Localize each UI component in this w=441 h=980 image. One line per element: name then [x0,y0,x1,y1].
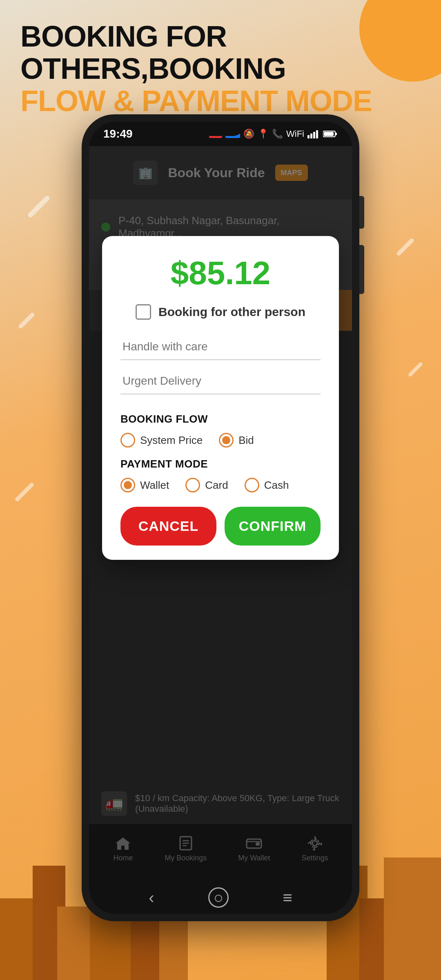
header-section: BOOKING FOR OTHERS,BOOKING FLOW & PAYMEN… [20,20,441,118]
confirm-button[interactable]: CONFIRM [225,507,321,546]
radio-cash-outer[interactable] [245,478,259,492]
radio-wallet-label: Wallet [140,479,169,492]
radio-bid-inner [222,436,230,444]
power-button [359,196,364,229]
menu-button[interactable]: ≡ [283,889,292,907]
radio-cash-label: Cash [264,479,289,492]
radio-card-outer[interactable] [185,478,200,492]
payment-mode-label: PAYMENT MODE [120,458,321,470]
cancel-button[interactable]: CANCEL [120,507,216,546]
battery-icon [323,130,338,138]
app-screen: 🏢 Book Your Ride MAPS P-40, Subhash Naga… [89,146,352,881]
svg-rect-2 [313,132,315,138]
radio-bid-label: Bid [238,434,254,447]
booking-other-checkbox[interactable] [136,304,151,320]
urgent-delivery-input[interactable] [120,368,321,394]
android-nav-bar: ‹ ○ ≡ [89,881,352,914]
radio-wallet-outer[interactable] [120,478,135,492]
booking-modal: $85.12 Booking for other person Booking … [102,236,339,560]
svg-rect-0 [307,135,310,138]
modal-price: $85.12 [120,254,321,292]
radio-card[interactable]: Card [185,478,228,492]
wifi-icon: WiFi [286,129,304,139]
deco-slash-2 [18,312,35,329]
phone-device: 19:49 ▶ m 🔕 📍 📞 WiFi [82,114,359,921]
radio-system-price-outer[interactable] [120,433,135,448]
deco-slash-3 [14,482,34,502]
radio-bid-outer[interactable] [219,433,234,448]
radio-wallet[interactable]: Wallet [120,478,169,492]
modal-overlay: $85.12 Booking for other person Booking … [89,146,352,881]
home-button[interactable]: ○ [208,887,229,908]
handle-with-care-input[interactable] [120,334,321,360]
mute-icon: 🔕 [243,129,254,139]
header-line2: FLOW & PAYMENT MODE [20,85,441,117]
svg-rect-6 [324,132,334,136]
location-icon: 📍 [258,129,269,139]
volume-button [359,245,364,294]
booking-other-row[interactable]: Booking for other person [120,304,321,320]
deco-slash-5 [408,361,423,377]
svg-rect-5 [335,133,337,135]
radio-system-price[interactable]: System Price [120,433,203,448]
status-time: 19:49 [103,127,133,140]
booking-flow-label: Booking Flow [120,413,321,425]
signal-icon [307,129,320,138]
booking-other-label: Booking for other person [158,305,305,319]
header-line1: BOOKING FOR OTHERS,BOOKING [20,20,441,85]
back-button[interactable]: ‹ [149,889,154,907]
booking-flow-options: System Price Bid [120,433,321,448]
radio-system-price-label: System Price [140,434,203,447]
radio-bid[interactable]: Bid [219,433,254,448]
modal-buttons: CANCEL CONFIRM [120,507,321,546]
radio-cash[interactable]: Cash [245,478,289,492]
svg-rect-1 [310,134,312,138]
camera-notch [196,122,245,136]
radio-card-label: Card [205,479,228,492]
svg-rect-3 [316,130,318,138]
payment-mode-options: Wallet Card Cash [120,478,321,492]
phone-icon: 📞 [272,129,283,139]
radio-wallet-inner [124,481,132,489]
deco-slash-1 [27,195,51,218]
deco-slash-4 [396,238,415,256]
